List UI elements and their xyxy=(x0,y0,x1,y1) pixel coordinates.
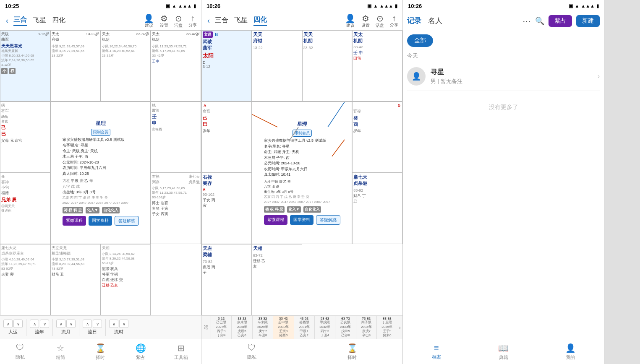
nav-tab-sanhe-2[interactable]: 三合 xyxy=(215,16,228,26)
action-share-2[interactable]: ↑ 分享 xyxy=(390,13,398,28)
cell-tl-stars-1: 天天恩喜光 xyxy=(1,43,49,49)
cell-ml-2[interactable]: A 命宫 己巳 岁年 xyxy=(201,101,252,173)
tab-yinsi-1[interactable]: 🛡 隐私 xyxy=(0,343,40,360)
cell-tl-1[interactable]: 武破曲军 3-12岁 天天恩喜光 地凤天廉解 小限 8,20,32,44,56,… xyxy=(0,30,50,101)
guoxue-btn-1[interactable]: 国学资料 xyxy=(89,216,112,226)
suggest-label-2: 建议 xyxy=(346,23,355,29)
dyun-item-2-2[interactable]: 23-32 辛未限2029年庚午7辛丑8 xyxy=(252,316,273,339)
dyun-item-6-2[interactable]: 63-72 乙亥限2033年戊申5己卯6 xyxy=(335,316,355,339)
cell-bl-2[interactable]: 右禄弼存 A 93-102 子女 丙寅 xyxy=(201,173,252,244)
yueyun-up-1[interactable]: ∧ xyxy=(56,320,65,328)
nav-tab-sanhe-1[interactable]: 三合 xyxy=(13,16,27,26)
nav-tab-sihua-2[interactable]: 四化 xyxy=(253,16,267,26)
tab-zizhan-1[interactable]: 🌐 紫占 xyxy=(120,343,161,361)
action-settings-2[interactable]: ⚙ 设置 xyxy=(361,13,370,29)
tab-dangan-3[interactable]: ≡ 档案 xyxy=(403,343,470,360)
cell-bot-2-1[interactable]: 廉七大龙贞杀创罗座台 小限 4,16,28,40,52,64流年 11,23,3… xyxy=(0,244,50,315)
cell-tr-2[interactable]: 天太机阴 33-42 壬 申 田宅 xyxy=(352,30,402,101)
riyun-up-1[interactable]: ∧ xyxy=(83,320,92,328)
nav-tab-feixing-2[interactable]: 飞星 xyxy=(234,16,248,26)
nav-tab-sihua-1[interactable]: 四化 xyxy=(52,16,65,26)
tab-jiangjian-1[interactable]: ☆ 精简 xyxy=(40,343,81,361)
tab-toolbox-1[interactable]: ⊞ 工具箱 xyxy=(161,343,201,361)
answer-btn-1[interactable]: 答疑解惑 xyxy=(115,216,139,226)
nav-tab-feixing-1[interactable]: 飞星 xyxy=(33,16,46,26)
shiyun-up-1[interactable]: ∧ xyxy=(109,320,118,328)
more-btn-3[interactable]: ⋯ xyxy=(522,16,531,26)
back-button-2[interactable]: ‹ xyxy=(206,15,212,27)
cell-tl-2[interactable]: 文昌 B 武破曲军 太阳 D3-12 xyxy=(201,30,252,101)
cell-b3-2[interactable]: 天左梁辅 73-82 疾厄 丙子 xyxy=(201,244,252,315)
cell-b2-2[interactable]: 廉七天贞杀魅 83-92 财帛 丁丑 xyxy=(352,173,402,244)
shiyun-down-1[interactable]: ∨ xyxy=(119,320,128,328)
new-btn-3[interactable]: 新建 xyxy=(576,15,600,27)
dyun-item-7-2[interactable]: 73-82 丙子限2034年庚戌7辛巳8 xyxy=(356,316,376,339)
action-suggest-1[interactable]: 👤 建议 xyxy=(144,13,154,29)
ziwei-grid-2: 文昌 B 武破曲军 太阳 D3-12 天天府钺 13-22 天天机阴 23-32… xyxy=(201,30,402,315)
cell-ml-1[interactable]: 病将军 劫煞命宫 己巳 父母 兄 命宫 xyxy=(0,101,50,173)
guoxue-btn-2[interactable]: 国学资料 xyxy=(290,215,313,225)
dyun-item-4-2[interactable]: 43-52 癸酉限2031年甲辰1乙亥2 xyxy=(294,316,314,339)
riyun-down-1[interactable]: ∨ xyxy=(93,320,102,328)
dyun-item-1-2[interactable]: 13-22 康未限2028年戊辰5己亥6 xyxy=(231,316,252,339)
tab-wode-3[interactable]: 👤 我的 xyxy=(537,343,604,361)
answer-btn-2[interactable]: 答疑解惑 xyxy=(316,215,340,225)
nav-bar-2: ‹ 三合 飞星 四化 👤 建议 ⚙ 设置 ⊙ 活盘 ↑ 分享 xyxy=(201,12,402,30)
action-settings-1[interactable]: ⚙ 设置 xyxy=(160,13,168,29)
action-share-1[interactable]: ↑ 分享 xyxy=(188,13,197,28)
dayun-down-1[interactable]: ∨ xyxy=(13,320,23,328)
yueyun-down-1[interactable]: ∨ xyxy=(66,320,76,328)
cell-tr-age-1: 33-42岁 xyxy=(186,31,200,37)
p3-tabs: 记录 名人 xyxy=(407,16,519,26)
dyun-item-8-2[interactable]: 83-92 丁丑限2035年壬子9癸未0 xyxy=(376,316,397,339)
sep2-1 xyxy=(52,319,53,336)
globe-icon-1: 🌐 xyxy=(136,343,146,353)
p3-tab-mingren[interactable]: 名人 xyxy=(428,16,442,26)
toolbox-label-1: 工具箱 xyxy=(174,354,188,361)
cell-bl-1[interactable]: 死喜神 小宅福德 兄弟 辰 ◎同天天微虚伤 xyxy=(0,173,50,244)
tab-yinsi-2[interactable]: 🛡 隐私 xyxy=(201,343,302,360)
star-icon-1: ☆ xyxy=(57,343,64,353)
purple-course-btn-2[interactable]: 紫微课程 xyxy=(264,215,287,225)
dyun-item-3-2[interactable]: 33-42 壬申限2030年壬寅9癸酉0 xyxy=(273,316,293,339)
zizhan-btn-3[interactable]: 紫占 xyxy=(549,15,572,27)
action-active-2[interactable]: ⊙ 活盘 xyxy=(376,13,384,29)
cell-t2-2[interactable]: 天天府钺 13-22 xyxy=(252,30,302,101)
cell-bot-3-1[interactable]: 天左天龙相染辅梅德 小限 3,15,27,39,51,63流年 8,20,32,… xyxy=(50,244,101,315)
filter-all-3[interactable]: 全部 xyxy=(407,34,433,47)
p3-tab-jilu[interactable]: 记录 xyxy=(407,16,421,26)
cell-bot-far-left-1[interactable]: 右禄弼存 廉七天贞杀魅 小限 5,17,29,41,53,65流年 11,23,… xyxy=(151,173,201,244)
xiaoyun-down-1[interactable]: ∨ xyxy=(40,320,49,328)
back-button-1[interactable]: ‹ xyxy=(4,15,10,27)
tab-zeshi-2[interactable]: ⌛ 择时 xyxy=(302,343,403,361)
record-info-xunxing: 寻星 男 | 暂无备注 xyxy=(431,68,598,85)
xiaoyun-up-1[interactable]: ∧ xyxy=(30,320,39,328)
search-btn-3[interactable]: 🔍 xyxy=(535,16,544,26)
filter-row-3: 全部 xyxy=(407,34,600,47)
record-sub-xunxing: 男 | 暂无备注 xyxy=(431,78,598,85)
ctrl-riyun-1: ∧ ∨ 流日 xyxy=(83,320,102,335)
action-active-1[interactable]: ⊙ 活盘 xyxy=(174,13,183,29)
status-bar-3: 10:26 ▣ ▲ ▲▲▲ ▮ xyxy=(403,0,604,12)
cell-t3-2[interactable]: 天天机阴 23-32 xyxy=(302,30,353,101)
settings-icon-2: ⚙ xyxy=(362,13,369,23)
cell-mr-1[interactable]: 绝 田宅 壬申 官禄酉 xyxy=(151,101,201,173)
tab-bar-2: 🛡 隐私 ⌛ 择时 xyxy=(201,339,402,364)
cell-t3-1[interactable]: 天太机阴 23-32岁 小限 10,22,34,46,58,70流年 4,16,… xyxy=(101,30,151,101)
purple-course-btn-1[interactable]: 紫微课程 xyxy=(63,216,86,226)
cell-bot-right-1[interactable]: 天相 小限 2,14,26,38,50,62流年 8,20,32,44,56,6… xyxy=(101,244,151,315)
dayun-up-1[interactable]: ∧ xyxy=(3,320,13,328)
tab-zeshi-1[interactable]: ⌛ 择时 xyxy=(81,343,121,361)
cell-t2-1[interactable]: 天太府钺 13-22岁 小限 9,21,33,45,57,69流年 3,15,2… xyxy=(50,30,101,101)
label-a-2: A xyxy=(204,104,206,108)
tab-dianjing-3[interactable]: 📖 典籍 xyxy=(470,343,537,361)
cell-br-2[interactable]: 天相 63-72 迁移 乙亥 xyxy=(252,244,302,315)
action-suggest-2[interactable]: 👤 建议 xyxy=(345,13,355,29)
cell-mr-2[interactable]: D 官禄 癸酉 岁年 xyxy=(352,101,402,173)
status-time-2: 10:26 xyxy=(206,3,220,9)
dyun-item-5-2[interactable]: 53-62 甲戌限2032年丙午3丁丑4 xyxy=(314,316,335,339)
record-xunxing[interactable]: 👤 寻星 男 | 暂无备注 › xyxy=(407,62,600,91)
dayun-next-2[interactable]: › xyxy=(397,316,402,339)
dyun-item-0-2[interactable]: 3-12 己已限2027年丙子3丁卯4 xyxy=(211,316,231,339)
cell-tr-1[interactable]: 天太机阴 33-42岁 小限 11,23,35,47,59,71流年 5,17,… xyxy=(151,30,201,101)
